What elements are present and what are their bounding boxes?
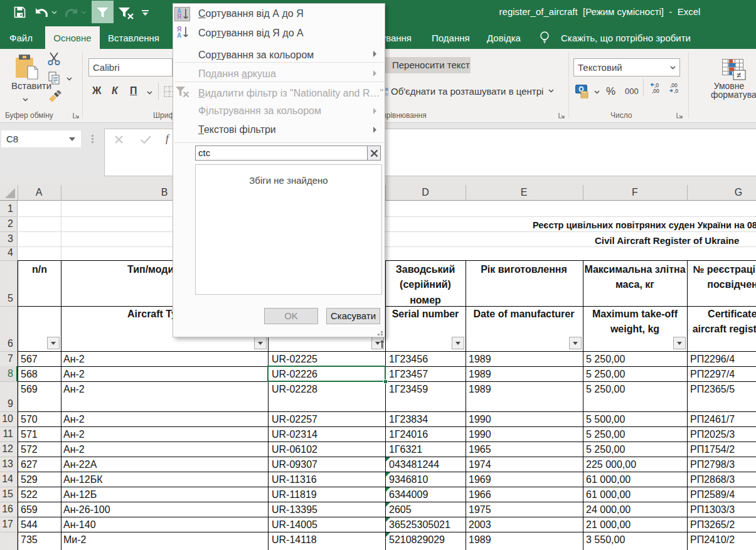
- svg-text:,0: ,0: [674, 88, 678, 93]
- svg-text:≠: ≠: [737, 70, 741, 80]
- svg-text:Я: Я: [177, 13, 181, 20]
- svg-text:,00: ,00: [652, 88, 659, 93]
- svg-text:А: А: [177, 32, 181, 39]
